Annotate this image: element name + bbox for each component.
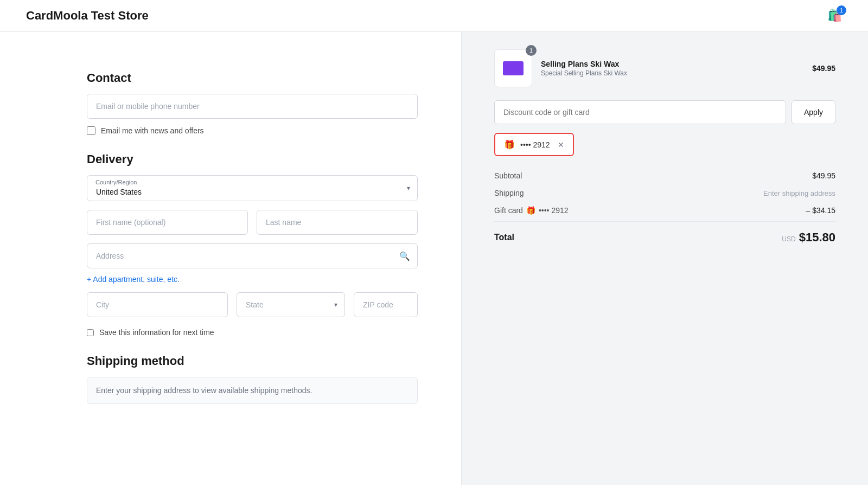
contact-section: Contact Email me with news and offers (87, 71, 418, 135)
subtotal-row: Subtotal $49.95 (494, 167, 835, 184)
gift-card-icon: 🎁 (504, 139, 515, 150)
state-select-wrapper: State ▾ (237, 292, 345, 317)
last-name-input[interactable] (257, 210, 418, 235)
gift-card-row-icon: 🎁 (526, 206, 535, 215)
subtotal-label: Subtotal (494, 171, 522, 180)
contact-title: Contact (87, 71, 418, 85)
name-row (87, 210, 418, 235)
country-wrapper: Country/Region United States ▾ (87, 175, 418, 201)
email-input[interactable] (87, 94, 418, 119)
address-wrapper: 🔍 (87, 243, 418, 268)
gift-card-row-dots: •••• 2912 (539, 206, 569, 215)
newsletter-label: Email me with news and offers (101, 126, 204, 135)
main-layout: Contact Email me with news and offers De… (0, 32, 868, 485)
zip-wrapper (354, 292, 418, 317)
newsletter-row: Email me with news and offers (87, 126, 418, 135)
gift-card-row-text: Gift card (494, 206, 523, 215)
shipping-summary-value: Enter shipping address (763, 189, 835, 197)
total-row: Total USD $15.80 (494, 224, 835, 251)
gift-card-summary-label: Gift card 🎁 •••• 2912 (494, 206, 569, 215)
product-name: Selling Plans Ski Wax (541, 60, 803, 68)
product-info: Selling Plans Ski Wax Special Selling Pl… (541, 60, 803, 77)
product-row: 1 Selling Plans Ski Wax Special Selling … (494, 49, 835, 87)
first-name-input[interactable] (87, 210, 248, 235)
gift-card-remove-button[interactable]: ✕ (558, 140, 564, 149)
shipping-section: Shipping method Enter your shipping addr… (87, 354, 418, 404)
discount-row: Apply (494, 100, 835, 124)
city-state-zip-row: State ▾ (87, 292, 418, 317)
shipping-row: Shipping Enter shipping address (494, 184, 835, 202)
save-info-checkbox[interactable] (87, 329, 94, 336)
delivery-section: Delivery Country/Region United States ▾ … (87, 152, 418, 337)
shipping-title: Shipping method (87, 354, 418, 368)
product-image (494, 49, 532, 87)
subtotal-value: $49.95 (812, 171, 835, 180)
order-summary: Subtotal $49.95 Shipping Enter shipping … (494, 167, 835, 251)
product-quantity-badge: 1 (526, 45, 537, 56)
gift-card-applied-tag: 🎁 •••• 2912 ✕ (494, 133, 574, 156)
gift-card-discount-value: – $34.15 (806, 206, 836, 215)
total-value-wrapper: USD $15.80 (782, 230, 835, 245)
product-subtitle: Special Selling Plans Ski Wax (541, 69, 803, 77)
total-value: $15.80 (799, 230, 835, 245)
product-price: $49.95 (812, 64, 835, 73)
shipping-info-box: Enter your shipping address to view avai… (87, 377, 418, 404)
gift-card-applied-text: •••• 2912 (520, 140, 550, 149)
product-thumbnail (503, 61, 524, 75)
apply-button[interactable]: Apply (792, 100, 835, 124)
add-apartment-link[interactable]: + Add apartment, suite, etc. (87, 275, 180, 284)
shipping-info-text: Enter your shipping address to view avai… (96, 386, 312, 395)
total-currency: USD (782, 235, 795, 243)
site-title: CardMoola Test Store (26, 9, 149, 23)
discount-input[interactable] (494, 100, 786, 124)
save-info-row: Save this information for next time (87, 328, 418, 337)
city-input[interactable] (87, 292, 228, 317)
city-wrapper (87, 292, 228, 317)
shipping-summary-label: Shipping (494, 189, 524, 197)
total-label: Total (494, 233, 514, 242)
country-select[interactable]: United States (87, 175, 418, 201)
state-wrapper: State ▾ (237, 292, 345, 317)
product-image-wrapper: 1 (494, 49, 532, 87)
zip-input[interactable] (354, 292, 418, 317)
gift-card-row: Gift card 🎁 •••• 2912 – $34.15 (494, 202, 835, 219)
delivery-title: Delivery (87, 152, 418, 166)
gift-card-dots-label: •••• 2912 (520, 140, 550, 149)
newsletter-checkbox[interactable] (87, 126, 95, 135)
cart-badge: 1 (837, 5, 846, 15)
cart-button[interactable]: 🛍️ 1 (827, 9, 842, 23)
summary-divider (494, 221, 835, 222)
left-panel: Contact Email me with news and offers De… (0, 32, 461, 485)
state-select[interactable]: State (237, 292, 345, 317)
address-input[interactable] (87, 243, 418, 268)
site-header: CardMoola Test Store 🛍️ 1 (0, 0, 868, 32)
save-info-label: Save this information for next time (99, 328, 214, 337)
right-panel: 1 Selling Plans Ski Wax Special Selling … (461, 32, 868, 485)
